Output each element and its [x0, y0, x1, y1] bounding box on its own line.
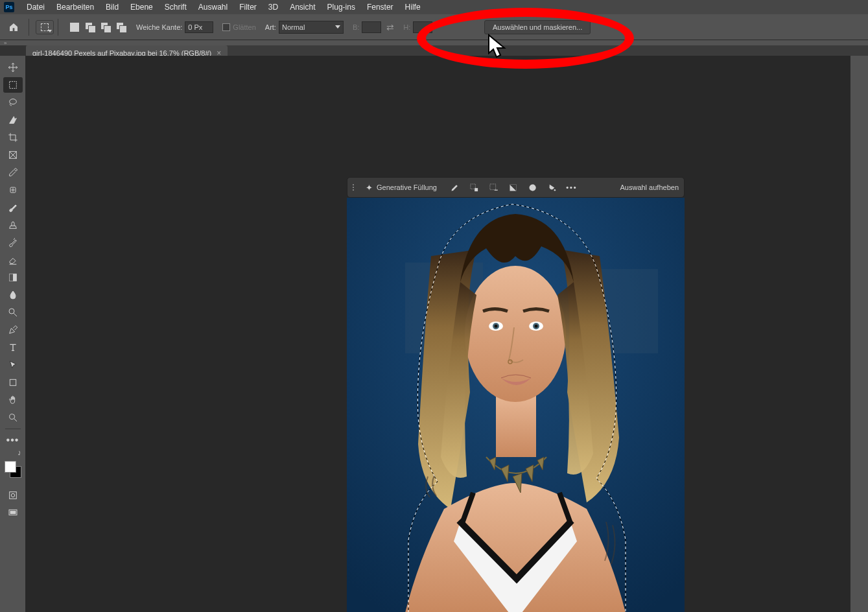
- svg-line-15: [14, 419, 17, 421]
- svg-rect-0: [9, 82, 16, 89]
- selection-intersect-icon[interactable]: [115, 21, 127, 33]
- menu-window[interactable]: Fenster: [361, 1, 399, 13]
- feather-input[interactable]: [185, 21, 213, 33]
- chevron-down-icon: [335, 25, 340, 29]
- separator: [58, 19, 58, 36]
- move-tool[interactable]: [3, 60, 23, 75]
- color-swatches[interactable]: [5, 461, 21, 478]
- eyedropper-tool[interactable]: [3, 165, 23, 180]
- swap-dimensions-icon[interactable]: ⇄: [386, 22, 394, 32]
- pen-tool[interactable]: [3, 322, 23, 338]
- separator: [29, 19, 29, 36]
- style-dropdown[interactable]: Normal: [279, 21, 344, 34]
- crop-tool[interactable]: [3, 130, 23, 145]
- svg-point-1: [9, 99, 16, 104]
- select-and-mask-button[interactable]: Auswählen und maskieren...: [484, 20, 591, 34]
- swap-colors-icon[interactable]: ⤸: [17, 450, 22, 456]
- width-input: [362, 21, 381, 33]
- menu-3d[interactable]: 3D: [263, 1, 284, 13]
- healing-brush-tool[interactable]: [3, 182, 23, 198]
- svg-point-17: [11, 493, 14, 497]
- right-panel-gutter[interactable]: [850, 56, 868, 612]
- height-label: H:: [403, 23, 410, 31]
- menu-bar: Ps Datei Bearbeiten Bild Ebene Schrift A…: [0, 0, 868, 14]
- separator: [5, 429, 21, 429]
- frame-tool[interactable]: [3, 147, 23, 163]
- svg-line-12: [14, 313, 17, 316]
- antialias-label: Glätten: [233, 23, 255, 31]
- dodge-tool[interactable]: [3, 305, 23, 320]
- clone-stamp-tool[interactable]: [3, 217, 23, 233]
- selection-subtract-icon[interactable]: [100, 21, 111, 33]
- svg-rect-13: [10, 379, 16, 385]
- menu-edit[interactable]: Bearbeiten: [51, 1, 100, 13]
- width-label: B:: [353, 23, 359, 31]
- selection-new-icon[interactable]: [69, 21, 80, 33]
- style-label: Art:: [265, 23, 276, 31]
- photoshop-logo-icon: Ps: [4, 2, 14, 12]
- quick-select-tool[interactable]: [3, 112, 23, 128]
- antialias-checkbox[interactable]: [222, 23, 230, 31]
- edit-toolbar-button[interactable]: •••: [3, 432, 23, 448]
- style-value: Normal: [282, 23, 305, 31]
- chevron-down-icon: [48, 30, 52, 32]
- height-input: [413, 21, 432, 33]
- svg-point-14: [9, 414, 14, 419]
- eraser-tool[interactable]: [3, 252, 23, 268]
- menu-layer[interactable]: Ebene: [124, 1, 159, 13]
- selection-add-icon[interactable]: [84, 21, 96, 33]
- svg-point-11: [9, 309, 14, 314]
- home-button[interactable]: [3, 16, 25, 38]
- tool-panel: ••• ⤸: [0, 56, 26, 612]
- selection-mode-group: [69, 21, 127, 33]
- menu-filter[interactable]: Filter: [233, 1, 263, 13]
- expand-handle[interactable]: »: [0, 40, 868, 45]
- menu-plugins[interactable]: Plug-ins: [322, 1, 361, 13]
- history-brush-tool[interactable]: [3, 235, 23, 250]
- selection-ants: [347, 177, 685, 612]
- menu-file[interactable]: Datei: [21, 1, 51, 13]
- active-tool-indicator[interactable]: [36, 20, 54, 34]
- document-image[interactable]: ✦ Generative Füllung ••• Auswahl aufhebe…: [347, 177, 685, 612]
- lasso-tool[interactable]: [3, 95, 23, 110]
- hand-tool[interactable]: [3, 392, 23, 408]
- marquee-tool[interactable]: [3, 77, 23, 93]
- svg-rect-16: [9, 492, 16, 499]
- svg-rect-10: [9, 274, 12, 281]
- path-select-tool[interactable]: [3, 357, 23, 373]
- svg-rect-19: [10, 511, 16, 513]
- gradient-tool[interactable]: [3, 270, 23, 285]
- type-tool[interactable]: [3, 340, 23, 355]
- home-icon: [8, 22, 19, 32]
- menu-image[interactable]: Bild: [100, 1, 124, 13]
- canvas-area[interactable]: ✦ Generative Füllung ••• Auswahl aufhebe…: [26, 56, 850, 612]
- menu-view[interactable]: Ansicht: [284, 1, 321, 13]
- quickmask-button[interactable]: [3, 488, 23, 503]
- screenmode-button[interactable]: [3, 505, 23, 521]
- foreground-color[interactable]: [5, 461, 16, 473]
- zoom-tool[interactable]: [3, 410, 23, 425]
- options-bar: Weiche Kante: Glätten Art: Normal B: ⇄ H…: [0, 14, 868, 40]
- menu-select[interactable]: Auswahl: [193, 1, 233, 13]
- brush-tool[interactable]: [3, 200, 23, 215]
- menu-type[interactable]: Schrift: [159, 1, 193, 13]
- blur-tool[interactable]: [3, 287, 23, 303]
- menu-help[interactable]: Hilfe: [399, 1, 427, 13]
- feather-label: Weiche Kante:: [136, 23, 182, 31]
- shape-tool[interactable]: [3, 375, 23, 390]
